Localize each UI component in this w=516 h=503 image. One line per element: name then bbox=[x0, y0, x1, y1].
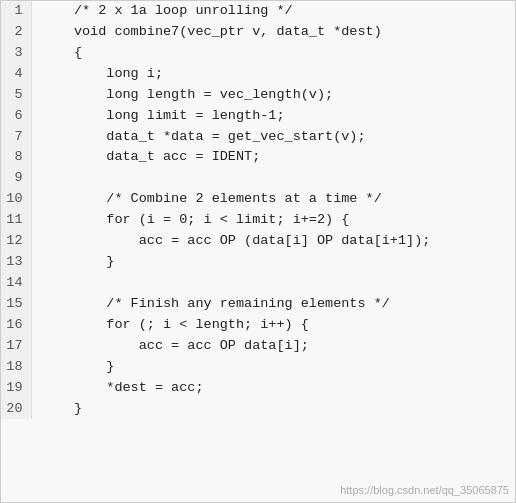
table-row: 18 } bbox=[1, 357, 515, 378]
line-number: 15 bbox=[1, 294, 31, 315]
code-line: } bbox=[31, 357, 515, 378]
table-row: 5 long length = vec_length(v); bbox=[1, 85, 515, 106]
line-number: 11 bbox=[1, 210, 31, 231]
table-row: 6 long limit = length-1; bbox=[1, 106, 515, 127]
table-row: 15 /* Finish any remaining elements */ bbox=[1, 294, 515, 315]
line-number: 8 bbox=[1, 147, 31, 168]
code-line: /* 2 x 1a loop unrolling */ bbox=[31, 1, 515, 22]
code-line: } bbox=[31, 399, 515, 420]
line-number: 17 bbox=[1, 336, 31, 357]
line-number: 5 bbox=[1, 85, 31, 106]
table-row: 17 acc = acc OP data[i]; bbox=[1, 336, 515, 357]
line-number: 20 bbox=[1, 399, 31, 420]
line-number: 1 bbox=[1, 1, 31, 22]
code-line bbox=[31, 273, 515, 294]
line-number: 19 bbox=[1, 378, 31, 399]
code-line: *dest = acc; bbox=[31, 378, 515, 399]
line-number: 16 bbox=[1, 315, 31, 336]
line-number: 12 bbox=[1, 231, 31, 252]
code-line bbox=[31, 168, 515, 189]
code-container: 1 /* 2 x 1a loop unrolling */2 void comb… bbox=[0, 0, 516, 503]
line-number: 4 bbox=[1, 64, 31, 85]
table-row: 9 bbox=[1, 168, 515, 189]
line-number: 2 bbox=[1, 22, 31, 43]
table-row: 10 /* Combine 2 elements at a time */ bbox=[1, 189, 515, 210]
line-number: 18 bbox=[1, 357, 31, 378]
line-number: 13 bbox=[1, 252, 31, 273]
table-row: 12 acc = acc OP (data[i] OP data[i+1]); bbox=[1, 231, 515, 252]
code-line: { bbox=[31, 43, 515, 64]
table-row: 2 void combine7(vec_ptr v, data_t *dest) bbox=[1, 22, 515, 43]
table-row: 14 bbox=[1, 273, 515, 294]
code-line: long limit = length-1; bbox=[31, 106, 515, 127]
code-line: for (; i < length; i++) { bbox=[31, 315, 515, 336]
line-number: 10 bbox=[1, 189, 31, 210]
code-line: } bbox=[31, 252, 515, 273]
table-row: 8 data_t acc = IDENT; bbox=[1, 147, 515, 168]
code-line: /* Combine 2 elements at a time */ bbox=[31, 189, 515, 210]
code-line: acc = acc OP data[i]; bbox=[31, 336, 515, 357]
code-line: data_t acc = IDENT; bbox=[31, 147, 515, 168]
code-line: long i; bbox=[31, 64, 515, 85]
code-line: for (i = 0; i < limit; i+=2) { bbox=[31, 210, 515, 231]
code-line: void combine7(vec_ptr v, data_t *dest) bbox=[31, 22, 515, 43]
table-row: 1 /* 2 x 1a loop unrolling */ bbox=[1, 1, 515, 22]
code-line: data_t *data = get_vec_start(v); bbox=[31, 127, 515, 148]
table-row: 4 long i; bbox=[1, 64, 515, 85]
table-row: 3 { bbox=[1, 43, 515, 64]
code-line: acc = acc OP (data[i] OP data[i+1]); bbox=[31, 231, 515, 252]
table-row: 19 *dest = acc; bbox=[1, 378, 515, 399]
table-row: 7 data_t *data = get_vec_start(v); bbox=[1, 127, 515, 148]
table-row: 11 for (i = 0; i < limit; i+=2) { bbox=[1, 210, 515, 231]
table-row: 20 } bbox=[1, 399, 515, 420]
code-line: /* Finish any remaining elements */ bbox=[31, 294, 515, 315]
table-row: 16 for (; i < length; i++) { bbox=[1, 315, 515, 336]
code-table: 1 /* 2 x 1a loop unrolling */2 void comb… bbox=[1, 1, 515, 419]
line-number: 7 bbox=[1, 127, 31, 148]
line-number: 3 bbox=[1, 43, 31, 64]
watermark: https://blog.csdn.net/qq_35065875 bbox=[340, 484, 509, 496]
line-number: 6 bbox=[1, 106, 31, 127]
line-number: 9 bbox=[1, 168, 31, 189]
code-line: long length = vec_length(v); bbox=[31, 85, 515, 106]
table-row: 13 } bbox=[1, 252, 515, 273]
line-number: 14 bbox=[1, 273, 31, 294]
